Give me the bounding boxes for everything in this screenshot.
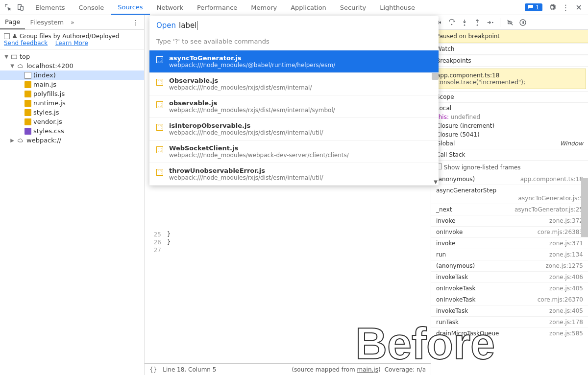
open-prefix: Open — [156, 21, 176, 30]
popover-result[interactable]: WebSocketClient.jswebpack:///node_module… — [149, 141, 439, 163]
devtools-tabbar: ElementsConsoleSourcesNetworkPerformance… — [0, 0, 588, 15]
watch-section[interactable]: Watch — [431, 43, 588, 55]
stack-frame[interactable]: onInvokecore.mjs:26383 — [431, 227, 588, 238]
open-query: label — [179, 21, 197, 30]
sidebar-tab-page[interactable]: Page — [0, 15, 25, 29]
stack-frame[interactable]: invokeTaskzone.js:406 — [431, 272, 588, 283]
group-files-label: Group files by Authored/Deployed — [20, 33, 119, 40]
send-feedback-link[interactable]: Send feedback — [4, 40, 48, 47]
file-tree: ▼top▼localhost:4200(index)main.jspolyfil… — [0, 50, 144, 375]
step-over-icon[interactable] — [448, 19, 456, 26]
svg-point-7 — [520, 20, 526, 25]
svg-rect-8 — [522, 21, 522, 23]
stack-frame[interactable]: _nextasyncToGenerator.js:25 — [431, 204, 588, 215]
stack-frame[interactable]: (anonymous)zone.js:1275 — [431, 260, 588, 272]
tree-item[interactable]: polyfills.js — [0, 89, 144, 98]
tree-item[interactable]: styles.css — [0, 126, 144, 136]
stack-frame[interactable]: invokezone.js:371 — [431, 238, 588, 249]
svg-rect-9 — [523, 21, 524, 23]
sidebar-tab-filesystem[interactable]: Filesystem — [25, 15, 69, 29]
svg-rect-2 — [12, 55, 17, 59]
popover-hint: Type '?' to see available commands — [149, 35, 439, 50]
stack-frame[interactable]: (anonymous)app.component.ts:18 — [431, 174, 588, 185]
breakpoint-item[interactable]: app.component.ts:18 console.trace("incre… — [433, 69, 586, 89]
popover-result[interactable]: throwUnobservableError.jswebpack:///node… — [149, 163, 439, 186]
tab-network[interactable]: Network — [150, 0, 190, 15]
learn-more-link[interactable]: Learn More — [55, 40, 88, 47]
stack-frame[interactable]: onInvokeTaskzone.js:405 — [431, 283, 588, 294]
group-files-option[interactable]: Group files by Authored/Deployed — [4, 33, 140, 40]
tree-item[interactable]: (index) — [0, 70, 144, 80]
open-file-popover: Openlabel Type '?' to see available comm… — [149, 16, 439, 186]
stack-frame[interactable]: onInvokeTaskcore.mjs:26370 — [431, 294, 588, 305]
tab-security[interactable]: Security — [333, 0, 373, 15]
svg-point-5 — [477, 24, 478, 26]
scope-closure-1[interactable]: Closure (increment) — [436, 121, 583, 130]
tree-item[interactable]: ▼top — [0, 52, 144, 61]
svg-rect-1 — [21, 6, 23, 10]
cursor-position: Line 18, Column 5 — [163, 366, 216, 373]
debug-toolbar — [431, 15, 588, 30]
stack-frame[interactable]: invokeTaskzone.js:405 — [431, 305, 588, 317]
device-icon[interactable] — [17, 3, 24, 11]
step-into-icon[interactable] — [461, 19, 468, 26]
open-file-input[interactable]: Openlabel — [149, 16, 439, 35]
format-icon[interactable]: {} — [149, 366, 157, 373]
pause-exceptions-icon[interactable] — [519, 19, 527, 26]
breakpoint-location: app.component.ts:18 — [437, 72, 583, 79]
tab-lighthouse[interactable]: Lighthouse — [373, 0, 422, 15]
tab-performance[interactable]: Performance — [190, 0, 244, 15]
topbar-left — [0, 3, 28, 11]
step-out-icon[interactable] — [473, 19, 481, 26]
scope-global[interactable]: GlobalWindow — [436, 139, 583, 148]
feedback-badge[interactable]: 1 — [525, 3, 542, 11]
callstack-section[interactable]: Call Stack — [431, 149, 588, 161]
sidebar-more-icon[interactable]: » — [71, 19, 74, 26]
tree-item[interactable]: main.js — [0, 80, 144, 89]
tab-memory[interactable]: Memory — [244, 0, 284, 15]
experiment-icon — [12, 33, 18, 39]
tab-console[interactable]: Console — [72, 0, 111, 15]
svg-point-3 — [451, 23, 453, 25]
tab-sources[interactable]: Sources — [111, 0, 149, 15]
topbar-right: 1 ⋮ ✕ — [519, 3, 588, 12]
paused-banner: Paused on breakpoint — [431, 30, 588, 43]
scope-closure-2[interactable]: Closure (5041) — [436, 130, 583, 139]
popover-result[interactable]: isInteropObservable.jswebpack:///node_mo… — [149, 118, 439, 141]
scope-local[interactable]: Local — [436, 104, 583, 113]
scope-section[interactable]: Scope — [431, 91, 588, 103]
tree-item[interactable]: ▼localhost:4200 — [0, 61, 144, 70]
tree-item[interactable]: styles.js — [0, 108, 144, 117]
scope-this: this: undefined — [436, 113, 583, 121]
deactivate-breakpoints-icon[interactable] — [506, 19, 514, 26]
svg-point-4 — [464, 24, 466, 26]
scope-body: Local this: undefined Closure (increment… — [431, 103, 588, 149]
breakpoints-section[interactable]: Breakpoints — [431, 55, 588, 67]
close-icon[interactable]: ✕ — [576, 3, 582, 12]
inspect-icon[interactable] — [4, 3, 12, 11]
checkbox-icon[interactable] — [4, 33, 10, 39]
stack-frame[interactable]: invokezone.js:372 — [431, 215, 588, 227]
call-stack-list: (anonymous)app.component.ts:18asyncGener… — [431, 174, 588, 339]
popover-result[interactable]: asyncToGenerator.jswebpack:///node_modul… — [149, 50, 439, 73]
svg-point-6 — [492, 22, 493, 23]
overlay-caption: Before — [355, 319, 495, 369]
tab-elements[interactable]: Elements — [28, 0, 72, 15]
tab-application[interactable]: Application — [284, 0, 333, 15]
popover-result[interactable]: Observable.jswebpack:///node_modules/rxj… — [149, 73, 439, 95]
tree-item[interactable]: runtime.js — [0, 98, 144, 108]
sources-sidebar: Page Filesystem » ⋮ Group files by Autho… — [0, 15, 145, 375]
tree-item[interactable]: vendor.js — [0, 117, 144, 126]
stack-frame[interactable]: asyncGeneratorStepasyncToGenerator.js:3 — [431, 185, 588, 204]
popover-result[interactable]: observable.jswebpack:///node_modules/rxj… — [149, 95, 439, 118]
breakpoint-code: console.trace("incremented"); — [437, 79, 583, 86]
right-scrollbar[interactable] — [581, 178, 588, 237]
sidebar-menu-icon[interactable]: ⋮ — [127, 19, 144, 26]
step-icon[interactable] — [486, 19, 494, 26]
popover-results: ▲ ▼ asyncToGenerator.jswebpack:///node_m… — [149, 50, 439, 186]
kebab-icon[interactable]: ⋮ — [562, 3, 570, 12]
tree-item[interactable]: ▶webpack:// — [0, 136, 144, 145]
show-ignore-listed[interactable]: Show ignore-listed frames — [431, 161, 588, 174]
stack-frame[interactable]: runzone.js:134 — [431, 249, 588, 260]
gear-icon[interactable] — [548, 3, 556, 11]
